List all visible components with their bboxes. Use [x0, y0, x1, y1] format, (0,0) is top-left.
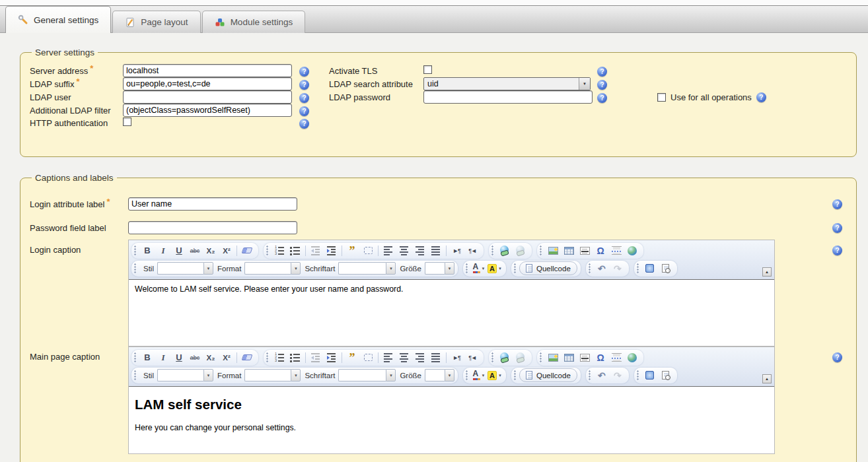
blockquote-button[interactable]: ”	[345, 244, 359, 257]
tab-general-settings[interactable]: General settings	[5, 6, 111, 33]
show-blocks-button[interactable]	[659, 369, 673, 382]
drag-handle-icon[interactable]	[589, 263, 591, 273]
additional-ldap-filter-input[interactable]	[123, 104, 292, 117]
drag-handle-icon[interactable]	[466, 263, 468, 273]
insert-table-button[interactable]	[561, 244, 576, 257]
text-direction-rtl-button[interactable]: ¶◄	[465, 351, 480, 364]
format-dropdown[interactable]: ▼	[244, 369, 301, 381]
italic-button[interactable]: I	[156, 244, 170, 257]
insert-horizontal-rule-button[interactable]	[577, 244, 592, 257]
source-code-button[interactable]: Quellcode	[519, 368, 577, 382]
drag-handle-icon[interactable]	[266, 352, 269, 362]
special-character-button[interactable]: Ω	[593, 244, 608, 257]
insert-table-button[interactable]	[561, 351, 576, 364]
drag-handle-icon[interactable]	[134, 263, 137, 273]
strikethrough-button[interactable]: abc	[188, 351, 202, 364]
help-icon[interactable]: ?	[756, 92, 766, 102]
drag-handle-icon[interactable]	[540, 352, 542, 362]
main-page-caption-editor-content[interactable]: LAM self service Here you can change you…	[129, 387, 774, 453]
text-direction-ltr-button[interactable]: ►¶	[449, 244, 464, 257]
insert-iframe-button[interactable]	[625, 244, 639, 257]
underline-button[interactable]: U	[172, 244, 186, 257]
align-justify-button[interactable]	[429, 244, 443, 257]
help-icon[interactable]: ?	[832, 199, 842, 209]
insert-horizontal-rule-button[interactable]	[577, 351, 592, 364]
align-right-button[interactable]	[413, 351, 427, 364]
bulleted-list-button[interactable]	[288, 244, 303, 257]
maximize-button[interactable]	[643, 369, 657, 382]
help-icon[interactable]: ?	[832, 352, 842, 362]
insert-image-button[interactable]	[546, 244, 560, 257]
tab-module-settings[interactable]: Module settings	[202, 11, 306, 33]
font-dropdown[interactable]: ▼	[338, 369, 396, 381]
help-icon[interactable]: ?	[597, 80, 607, 90]
remove-link-button[interactable]	[513, 244, 528, 257]
undo-button[interactable]: ↶	[595, 369, 609, 382]
help-icon[interactable]: ?	[299, 106, 309, 116]
use-for-all-operations-checkbox[interactable]	[657, 93, 666, 102]
redo-button[interactable]: ↷	[610, 262, 625, 275]
help-icon[interactable]: ?	[832, 223, 842, 233]
login-caption-editor-content[interactable]: Welcome to LAM self service. Please ente…	[129, 280, 774, 346]
align-left-button[interactable]	[381, 351, 396, 364]
source-code-button[interactable]: Quellcode	[519, 261, 577, 275]
help-icon[interactable]: ?	[597, 67, 607, 77]
style-dropdown[interactable]: ▼	[157, 369, 213, 381]
indent-button[interactable]	[324, 351, 339, 364]
font-dropdown[interactable]: ▼	[338, 262, 396, 275]
outdent-button[interactable]	[308, 244, 323, 257]
align-center-button[interactable]	[397, 244, 412, 257]
server-address-input[interactable]	[123, 64, 292, 77]
drag-handle-icon[interactable]	[134, 370, 137, 380]
font-size-dropdown[interactable]: ▼	[425, 369, 454, 381]
drag-handle-icon[interactable]	[637, 263, 639, 273]
drag-handle-icon[interactable]	[134, 352, 137, 362]
underline-button[interactable]: U	[172, 351, 186, 364]
indent-button[interactable]	[324, 244, 339, 257]
undo-button[interactable]: ↶	[595, 262, 609, 275]
http-authentication-checkbox[interactable]	[123, 117, 131, 126]
drag-handle-icon[interactable]	[514, 370, 517, 380]
drag-handle-icon[interactable]	[134, 246, 137, 255]
subscript-button[interactable]: X₂	[203, 244, 218, 257]
ldap-user-input[interactable]	[123, 90, 292, 104]
toolbar-collapse-button[interactable]: ▲	[762, 374, 772, 383]
remove-format-button[interactable]	[240, 351, 254, 364]
password-field-label-input[interactable]	[128, 221, 297, 234]
create-div-button[interactable]	[361, 244, 375, 257]
insert-image-button[interactable]	[546, 351, 560, 364]
activate-tls-checkbox[interactable]	[423, 65, 432, 74]
bulleted-list-button[interactable]	[288, 351, 303, 364]
toolbar-collapse-button[interactable]: ▲	[762, 267, 772, 277]
font-size-dropdown[interactable]: ▼	[425, 262, 454, 275]
remove-link-button[interactable]	[513, 351, 528, 364]
numbered-list-button[interactable]	[272, 244, 287, 257]
outdent-button[interactable]	[308, 351, 323, 364]
align-right-button[interactable]	[413, 244, 427, 257]
help-icon[interactable]: ?	[832, 246, 842, 255]
ldap-suffix-input[interactable]	[123, 77, 292, 90]
superscript-button[interactable]: X²	[219, 244, 234, 257]
drag-handle-icon[interactable]	[466, 370, 468, 380]
remove-format-button[interactable]	[240, 244, 254, 257]
style-dropdown[interactable]: ▼	[157, 262, 213, 275]
drag-handle-icon[interactable]	[491, 352, 494, 362]
redo-button[interactable]: ↷	[610, 369, 625, 382]
align-center-button[interactable]	[397, 351, 412, 364]
page-break-button[interactable]	[609, 244, 624, 257]
italic-button[interactable]: I	[156, 351, 170, 364]
insert-link-button[interactable]	[497, 244, 512, 257]
text-direction-ltr-button[interactable]: ►¶	[449, 351, 464, 364]
align-justify-button[interactable]	[429, 351, 443, 364]
help-icon[interactable]: ?	[299, 80, 309, 90]
blockquote-button[interactable]: ”	[345, 351, 359, 364]
create-div-button[interactable]	[361, 351, 375, 364]
ldap-search-attribute-select[interactable]: uid ▼	[423, 77, 591, 90]
show-blocks-button[interactable]	[659, 262, 673, 275]
help-icon[interactable]: ?	[299, 93, 309, 103]
subscript-button[interactable]: X₂	[203, 351, 218, 364]
align-left-button[interactable]	[381, 244, 396, 257]
numbered-list-button[interactable]	[272, 351, 287, 364]
page-break-button[interactable]	[609, 351, 624, 364]
drag-handle-icon[interactable]	[491, 246, 494, 255]
